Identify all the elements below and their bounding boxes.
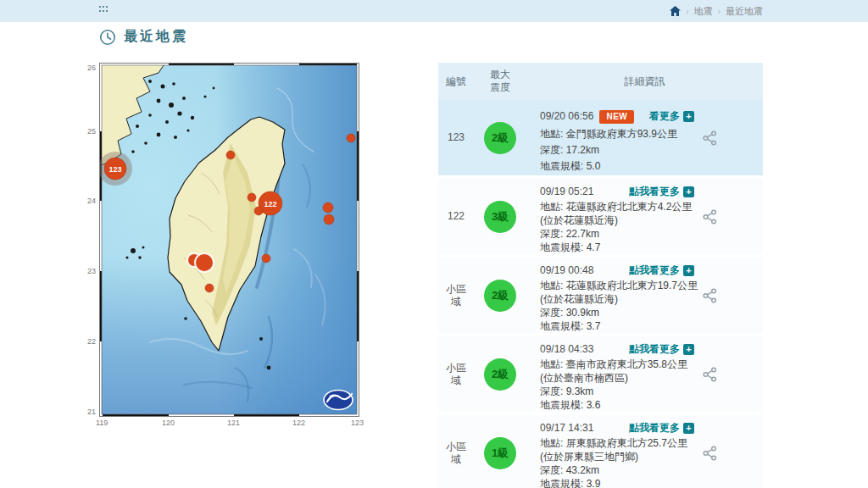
epicenter-marker[interactable] [323, 202, 333, 213]
quake-depth: 深度: 30.9km [540, 306, 696, 319]
quake-datetime: 09/19 05:21 [540, 185, 593, 198]
epicenter-marker[interactable] [226, 151, 235, 159]
quake-depth: 深度: 22.7km [540, 227, 696, 241]
intensity-badge: 2級 [484, 358, 516, 391]
quake-id: 小區域 [438, 258, 474, 333]
epicenter-marker[interactable] [324, 214, 334, 225]
quake-datetime: 09/17 14:31 [540, 421, 593, 435]
quake-details: 09/17 14:31 點我看更多 + 地點: 屏東縣政府東北方25.7公里 (… [526, 415, 696, 488]
quake-magnitude: 地震規模: 3.9 [540, 477, 696, 488]
quake-details: 09/19 05:21 點我看更多 + 地點: 花蓮縣政府北北東方4.2公里 (… [526, 179, 696, 254]
header-details: 詳細資訊 [526, 63, 763, 100]
quake-row: 小區域 2級 09/19 00:48 點我看更多 + 地點: 花蓮縣政府北北東方… [438, 258, 763, 333]
share-button[interactable] [696, 415, 763, 488]
epicenter-marker[interactable] [262, 254, 270, 263]
quake-region: (位於花蓮縣近海) [540, 214, 696, 227]
quake-depth: 深度: 9.3km [540, 385, 696, 398]
share-button[interactable] [696, 100, 763, 175]
header-intensity: 最大震度 [474, 63, 526, 100]
map-image: 123122 [99, 63, 359, 417]
intensity-badge: 2級 [484, 122, 516, 154]
intensity-badge: 1級 [484, 437, 516, 469]
epicenter-marker-label: 122 [264, 200, 276, 208]
apps-grid-icon[interactable] [99, 6, 109, 14]
quake-details: 09/18 04:33 點我看更多 + 地點: 臺南市政府東北方35.8公里 (… [526, 336, 696, 412]
quake-id: 122 [438, 179, 474, 254]
lat-tick-label: 22 [84, 337, 96, 346]
quake-depth: 深度: 43.2km [540, 463, 696, 477]
quake-row: 小區域 2級 09/18 04:33 點我看更多 + 地點: 臺南市政府東北方3… [438, 336, 763, 412]
see-more-label: 看更多 [649, 108, 680, 125]
see-more-link[interactable]: 點我看更多 + [629, 263, 694, 277]
lat-tick-label: 24 [84, 197, 96, 205]
breadcrumb: › 地震 › 最近地震 [670, 0, 763, 22]
header-id: 編號 [438, 63, 474, 100]
breadcrumb-item-recent[interactable]: 最近地震 [726, 5, 763, 18]
new-badge: NEW [599, 110, 634, 124]
quake-row: 小區域 1級 09/17 14:31 點我看更多 + 地點: 屏東縣政府東北方2… [438, 415, 763, 488]
breadcrumb-separator: › [686, 7, 688, 16]
see-more-link[interactable]: 點我看更多 + [629, 421, 694, 435]
quake-magnitude: 地震規模: 3.6 [540, 398, 696, 412]
plus-icon: + [683, 111, 694, 122]
quake-location: 地點: 花蓮縣政府北北東方19.7公里 [540, 279, 696, 292]
breadcrumb-separator: › [718, 7, 721, 16]
lon-tick-label: 120 [162, 419, 175, 427]
table-header: 編號 最大震度 詳細資訊 [438, 63, 763, 100]
quake-datetime: 09/19 00:48 [540, 263, 593, 277]
quake-location: 地點: 金門縣政府東方93.9公里 [540, 126, 696, 142]
recent-earthquakes-page: › 地震 › 最近地震 最近地震 [0, 0, 868, 488]
epicenter-marker[interactable] [347, 134, 355, 142]
intensity-badge: 2級 [484, 280, 516, 312]
quake-region: (位於花蓮縣近海) [540, 292, 696, 306]
intensity-badge: 3級 [484, 201, 516, 233]
top-bar: › 地震 › 最近地震 [0, 0, 868, 22]
plus-icon: + [683, 423, 694, 434]
quake-row: 122 3級 09/19 05:21 點我看更多 + 地點: 花蓮縣政府北北東方… [438, 179, 763, 254]
see-more-link[interactable]: 看更多 + [649, 108, 694, 125]
lat-tick-label: 25 [84, 127, 96, 136]
epicenter-marker-label: 123 [108, 165, 121, 174]
see-more-label: 點我看更多 [629, 421, 680, 435]
breadcrumb-item-earthquake[interactable]: 地震 [694, 5, 713, 18]
taiwan-seismic-map: 123122 262524232221119120121122123 [99, 63, 359, 417]
quake-magnitude: 地震規模: 4.7 [540, 241, 696, 254]
epicenter-marker[interactable] [205, 284, 214, 292]
lon-tick-label: 122 [292, 419, 305, 427]
clock-icon [99, 29, 116, 46]
page-title-row: 最近地震 [99, 28, 188, 46]
share-button[interactable] [696, 336, 763, 412]
quake-id: 123 [438, 100, 474, 175]
earthquake-table: 編號 最大震度 詳細資訊 123 2級 09/20 06:56 NEW 看更多 … [438, 63, 763, 488]
cwa-logo [324, 391, 353, 410]
share-button[interactable] [696, 179, 763, 254]
page-title: 最近地震 [124, 28, 188, 46]
lat-tick-label: 26 [84, 64, 96, 72]
quake-details: 09/19 00:48 點我看更多 + 地點: 花蓮縣政府北北東方19.7公里 … [526, 258, 696, 333]
quake-datetime: 09/20 06:56 [540, 108, 593, 125]
quake-location: 地點: 臺南市政府東北方35.8公里 [540, 358, 696, 371]
epicenter-marker[interactable] [195, 253, 214, 272]
quake-id: 小區域 [438, 415, 474, 488]
see-more-link[interactable]: 點我看更多 + [629, 185, 694, 198]
quake-magnitude: 地震規模: 5.0 [540, 158, 696, 175]
epicenter-marker[interactable] [248, 193, 256, 202]
plus-icon: + [683, 344, 694, 355]
quake-magnitude: 地震規模: 3.7 [540, 319, 696, 333]
lat-tick-label: 21 [84, 408, 96, 416]
plus-icon: + [683, 186, 694, 197]
quake-datetime: 09/18 04:33 [540, 342, 593, 356]
share-button[interactable] [696, 258, 763, 333]
quake-row: 123 2級 09/20 06:56 NEW 看更多 + 地點: 金門縣政府東方… [438, 100, 763, 175]
epicenter-marker[interactable] [254, 207, 263, 215]
see-more-link[interactable]: 點我看更多 + [629, 342, 694, 356]
lon-tick-label: 123 [351, 419, 364, 427]
quake-location: 地點: 屏東縣政府東北方25.7公里 [540, 436, 696, 450]
see-more-label: 點我看更多 [629, 342, 680, 356]
quake-region: (位於臺南市楠西區) [540, 371, 696, 385]
home-icon[interactable] [670, 6, 681, 16]
lon-tick-label: 121 [227, 419, 240, 427]
lat-tick-label: 23 [84, 267, 96, 275]
lon-tick-label: 119 [96, 419, 108, 427]
see-more-label: 點我看更多 [629, 263, 680, 277]
